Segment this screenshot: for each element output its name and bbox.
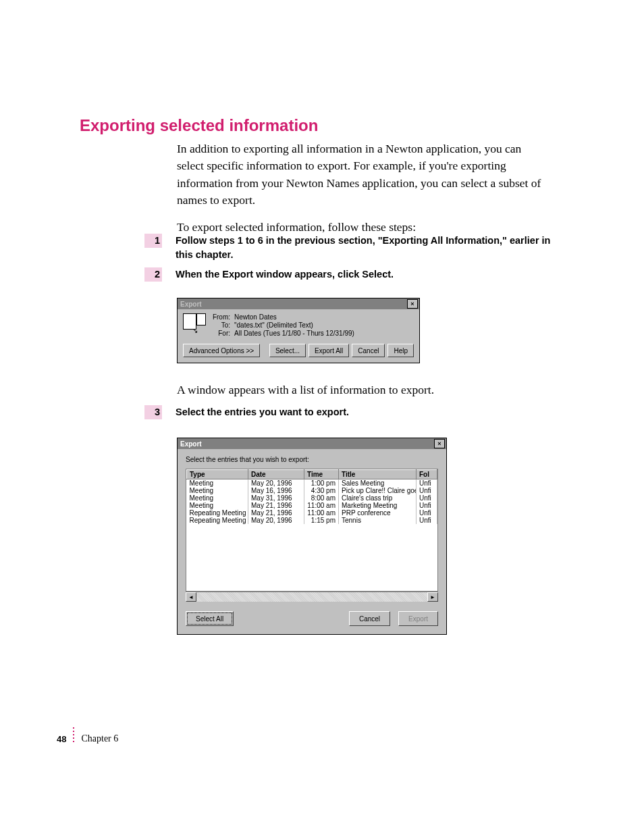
cell-type: Repeating Meeting xyxy=(187,517,248,524)
instruction-text: Select the entries that you wish to expo… xyxy=(186,456,438,463)
decorative-dots xyxy=(73,727,74,742)
cell-date: May 31, 1996 xyxy=(248,494,304,502)
cell-type: Meeting xyxy=(187,479,248,488)
table-row[interactable]: Repeating MeetingMay 21, 199611:00 amPRP… xyxy=(187,509,437,517)
cell-time: 8:00 am xyxy=(304,494,339,502)
step-number-2: 2 xyxy=(144,267,162,282)
for-value: All Dates (Tues 1/1/80 - Thurs 12/31/99) xyxy=(234,330,354,337)
table-row[interactable]: MeetingMay 16, 19964:30 pmPick up Clare!… xyxy=(187,487,437,494)
cancel-button[interactable]: Cancel xyxy=(352,344,385,357)
cell-date: May 21, 1996 xyxy=(248,502,304,509)
entries-table[interactable]: Type Date Time Title Fol MeetingMay 20, … xyxy=(186,469,438,592)
cell-fol: Unfi xyxy=(417,487,437,494)
for-label: For: xyxy=(210,330,230,337)
cell-time: 11:00 am xyxy=(304,502,339,509)
cell-title: Claire's class trip xyxy=(339,494,417,502)
cancel-button[interactable]: Cancel xyxy=(349,611,390,626)
export-list-dialog: Export × Select the entries that you wis… xyxy=(177,438,447,635)
titlebar: Export × xyxy=(178,438,446,449)
cell-date: May 20, 1996 xyxy=(248,479,304,488)
cell-fol: Unfi xyxy=(417,479,437,488)
scroll-right-icon[interactable]: ► xyxy=(427,592,438,602)
select-all-button[interactable]: Select All xyxy=(186,611,234,626)
export-all-button[interactable]: Export All xyxy=(308,344,349,357)
cell-fol: Unfi xyxy=(417,517,437,524)
cell-fol: Unfi xyxy=(417,494,437,502)
col-header-date[interactable]: Date xyxy=(248,470,304,479)
step-text-2: When the Export window appears, click Se… xyxy=(176,267,551,282)
select-button[interactable]: Select... xyxy=(269,344,306,357)
table-row[interactable]: MeetingMay 20, 19961:00 pmSales MeetingU… xyxy=(187,479,437,488)
col-header-title[interactable]: Title xyxy=(339,470,417,479)
step-number-3: 3 xyxy=(144,405,162,419)
cell-title: Sales Meeting xyxy=(339,479,417,488)
page-number: 48 xyxy=(57,734,66,744)
cell-time: 1:00 pm xyxy=(304,479,339,488)
cell-type: Repeating Meeting xyxy=(187,509,248,517)
from-label: From: xyxy=(210,313,230,321)
mid-paragraph: A window appears with a list of informat… xyxy=(177,383,434,397)
export-dialog-small: Export × ↘ From: Newton Dates To: "dates… xyxy=(177,298,420,363)
window-title: Export xyxy=(180,440,202,448)
horizontal-scrollbar[interactable]: ◄ ► xyxy=(186,592,438,602)
close-icon[interactable]: × xyxy=(434,439,445,448)
scroll-left-icon[interactable]: ◄ xyxy=(186,592,196,602)
col-header-type[interactable]: Type xyxy=(187,470,248,479)
titlebar: Export × xyxy=(178,298,419,309)
export-button[interactable]: Export xyxy=(398,611,438,626)
to-label: To: xyxy=(210,321,230,329)
step-text-1: Follow steps 1 to 6 in the previous sect… xyxy=(176,234,551,262)
section-heading: Exporting selected information xyxy=(80,116,318,135)
cell-type: Meeting xyxy=(187,487,248,494)
cell-time: 1:15 pm xyxy=(304,517,339,524)
cell-date: May 16, 1996 xyxy=(248,487,304,494)
table-row[interactable]: MeetingMay 21, 199611:00 amMarketing Mee… xyxy=(187,502,437,509)
cell-type: Meeting xyxy=(187,502,248,509)
cell-title: PRP conference xyxy=(339,509,417,517)
close-icon[interactable]: × xyxy=(407,299,418,309)
help-button[interactable]: Help xyxy=(387,344,414,357)
transfer-icon: ↘ xyxy=(183,313,206,334)
cell-title: Pick up Clare!! Claire goes to ballet xyxy=(339,487,417,494)
col-header-folder[interactable]: Fol xyxy=(417,470,437,479)
page-footer: 48 Chapter 6 xyxy=(57,733,118,744)
cell-date: May 21, 1996 xyxy=(248,509,304,517)
cell-fol: Unfi xyxy=(417,502,437,509)
cell-type: Meeting xyxy=(187,494,248,502)
window-title: Export xyxy=(180,301,202,308)
from-value: Newton Dates xyxy=(234,313,277,321)
cell-time: 11:00 am xyxy=(304,509,339,517)
cell-date: May 20, 1996 xyxy=(248,517,304,524)
cell-title: Marketing Meeting xyxy=(339,502,417,509)
table-row[interactable]: MeetingMay 31, 19968:00 amClaire's class… xyxy=(187,494,437,502)
chapter-label: Chapter 6 xyxy=(81,733,118,744)
advanced-options-button[interactable]: Advanced Options >> xyxy=(183,344,260,357)
cell-fol: Unfi xyxy=(417,509,437,517)
paragraph-1: In addition to exporting all information… xyxy=(177,140,541,209)
cell-title: Tennis xyxy=(339,517,417,524)
col-header-time[interactable]: Time xyxy=(304,470,339,479)
step-text-3: Select the entries you want to export. xyxy=(176,405,551,419)
table-row[interactable]: Repeating MeetingMay 20, 19961:15 pmTenn… xyxy=(187,517,437,524)
step-number-1: 1 xyxy=(144,234,162,248)
to-value: "dates.txt" (Delimited Text) xyxy=(234,321,313,329)
cell-time: 4:30 pm xyxy=(304,487,339,494)
